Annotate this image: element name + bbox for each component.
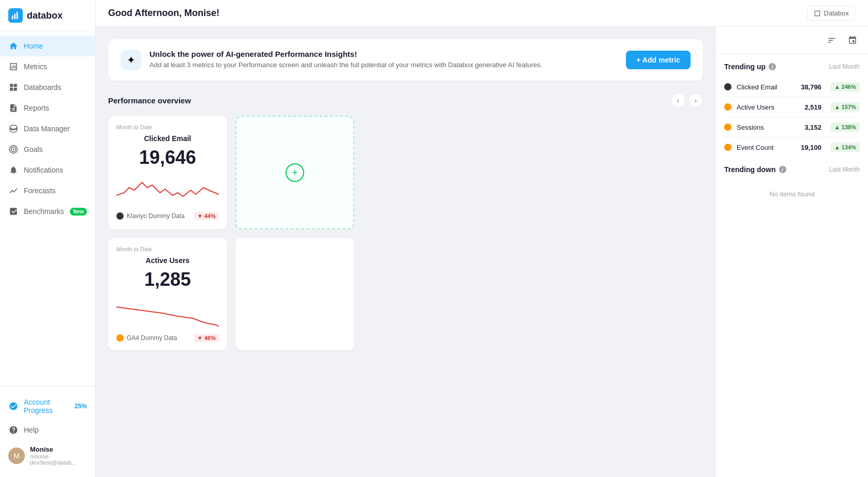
sidebar-item-help[interactable]: Help: [0, 420, 95, 440]
metrics-icon: [8, 61, 19, 72]
main-area: Good Afternoon, Monise! Databox ✦ Unlock…: [96, 0, 868, 477]
change-value-active-users: ▼ 46%: [197, 335, 216, 341]
card-chart-active-users: [116, 297, 219, 328]
sidebar-item-benchmarks[interactable]: Benchmarks New: [0, 201, 95, 222]
sidebar-nav: Home Metrics Databoards Reports: [0, 32, 95, 386]
avatar: M: [8, 448, 25, 464]
add-metric-card[interactable]: +: [235, 116, 354, 229]
trending-item-clicked-email: Clicked Email 38,796 ▲ 246%: [724, 77, 860, 97]
topbar-right: Databox: [807, 6, 856, 21]
metric-card-clicked-email: Month to Date Clicked Email 19,646 Klavi…: [108, 116, 227, 229]
trend-name-event-count: Event Count: [737, 144, 796, 151]
forecasts-icon: [8, 186, 19, 196]
change-badge-clicked-email: ▼ 44%: [194, 212, 219, 220]
main-panel: ✦ Unlock the power of AI-generated Perfo…: [96, 27, 715, 477]
add-card-plus-icon: +: [286, 163, 304, 182]
trending-item-event-count: Event Count 19,100 ▲ 134%: [724, 137, 860, 157]
card-period-clicked-email: Month to Date: [116, 124, 219, 130]
home-icon: [8, 41, 19, 51]
trend-value-event-count: 19,100: [801, 144, 821, 151]
sidebar-item-notifications[interactable]: Notifications: [0, 160, 95, 180]
databox-btn-icon: [814, 10, 821, 17]
trend-change-clicked-email: ▲ 246%: [831, 82, 860, 91]
content-area: ✦ Unlock the power of AI-generated Perfo…: [96, 27, 868, 477]
card-period-active-users: Month to Date: [116, 246, 219, 252]
databox-button[interactable]: Databox: [807, 6, 856, 21]
user-name: Monise: [30, 445, 87, 453]
section-title: Performance overview: [108, 96, 191, 105]
section-header: Performance overview ‹ ›: [108, 93, 703, 107]
ai-title: Unlock the power of AI-generated Perform…: [149, 50, 618, 58]
no-items-message: No items found: [724, 180, 860, 208]
account-progress-label: Account Progress: [24, 398, 69, 414]
performance-section: Performance overview ‹ › Month to Date C…: [108, 93, 703, 350]
sidebar-item-home[interactable]: Home: [0, 36, 95, 56]
trending-up-info-icon[interactable]: i: [769, 63, 776, 70]
card-title-clicked-email: Clicked Email: [116, 134, 219, 143]
next-arrow-button[interactable]: ›: [689, 93, 703, 107]
goals-icon: [8, 144, 19, 155]
trend-change-active-users: ▲ 157%: [831, 102, 860, 112]
trending-up-section: Trending up i Last Month Clicked Email 3…: [716, 54, 868, 165]
sidebar-item-forecasts-label: Forecasts: [24, 187, 55, 195]
source-dot-active-users: [116, 334, 124, 342]
trend-value-sessions: 3,152: [804, 124, 821, 131]
benchmarks-badge: New: [70, 208, 87, 216]
trend-value-active-users: 2,519: [804, 103, 821, 111]
add-metric-button[interactable]: + Add metric: [626, 51, 691, 69]
ai-icon: ✦: [121, 50, 141, 70]
trending-down-header: Trending down i Last Month: [724, 165, 860, 174]
trend-change-event-count: ▲ 134%: [831, 143, 860, 152]
ai-description: Add at least 3 metrics to your Performan…: [149, 60, 618, 70]
ai-text-container: Unlock the power of AI-generated Perform…: [149, 50, 618, 70]
ai-banner: ✦ Unlock the power of AI-generated Perfo…: [108, 39, 703, 81]
trend-name-sessions: Sessions: [737, 124, 799, 131]
card-footer-clicked-email: Klaviyo Dummy Data ▼ 44%: [116, 212, 219, 220]
nav-arrows: ‹ ›: [671, 93, 703, 107]
right-panel-top: [716, 27, 868, 54]
prev-arrow-button[interactable]: ‹: [671, 93, 685, 107]
sidebar-item-data-manager-label: Data Manager: [24, 125, 70, 133]
user-profile[interactable]: M Monise monise-dev3test@datab...: [0, 440, 95, 471]
sidebar-item-databoards-label: Databoards: [24, 83, 61, 91]
benchmarks-icon: [8, 206, 19, 217]
metric-card-active-users: Month to Date Active Users 1,285 GA4 Dum…: [108, 238, 227, 350]
sidebar-item-reports-label: Reports: [24, 104, 49, 112]
trend-dot-clicked-email: [724, 83, 731, 90]
pin-icon-button[interactable]: [845, 33, 860, 48]
trending-down-period: Last Month: [829, 166, 860, 173]
sidebar-item-metrics-label: Metrics: [24, 63, 47, 71]
card-source-active-users: GA4 Dummy Data: [116, 334, 177, 342]
user-email: monise-dev3test@datab...: [30, 453, 87, 466]
trend-dot-event-count: [724, 144, 731, 151]
logo-container: databox: [0, 0, 95, 32]
sidebar-item-notifications-label: Notifications: [24, 166, 63, 174]
sidebar-item-data-manager[interactable]: Data Manager: [0, 118, 95, 139]
sidebar-bottom: Account Progress 25% Help M Monise monis…: [0, 386, 95, 477]
account-progress-icon: [8, 401, 19, 411]
trending-down-info-icon[interactable]: i: [779, 166, 786, 173]
cards-grid: Month to Date Clicked Email 19,646 Klavi…: [108, 116, 703, 350]
card-source-clicked-email: Klaviyo Dummy Data: [116, 212, 185, 220]
trending-up-title: Trending up i: [724, 63, 776, 71]
data-manager-icon: [8, 124, 19, 134]
sidebar-item-reports[interactable]: Reports: [0, 98, 95, 118]
trending-down-title: Trending down i: [724, 165, 786, 174]
sidebar-item-help-label: Help: [24, 426, 39, 434]
svg-rect-0: [12, 16, 13, 19]
sidebar-item-goals[interactable]: Goals: [0, 139, 95, 160]
logo-icon: [8, 8, 23, 23]
sidebar-item-metrics[interactable]: Metrics: [0, 56, 95, 77]
greeting: Good Afternoon, Monise!: [108, 8, 219, 19]
sidebar-item-databoards[interactable]: Databoards: [0, 77, 95, 98]
databox-btn-label: Databox: [824, 9, 849, 17]
sort-icon-button[interactable]: [825, 33, 839, 48]
add-metric-label: + Add metric: [636, 56, 680, 64]
account-progress-item[interactable]: Account Progress 25%: [0, 393, 95, 420]
svg-rect-1: [14, 13, 16, 19]
sidebar-item-forecasts[interactable]: Forecasts: [0, 180, 95, 201]
trend-value-clicked-email: 38,796: [801, 83, 821, 91]
databoards-icon: [8, 82, 19, 93]
card-title-active-users: Active Users: [116, 256, 219, 265]
topbar: Good Afternoon, Monise! Databox: [96, 0, 868, 27]
